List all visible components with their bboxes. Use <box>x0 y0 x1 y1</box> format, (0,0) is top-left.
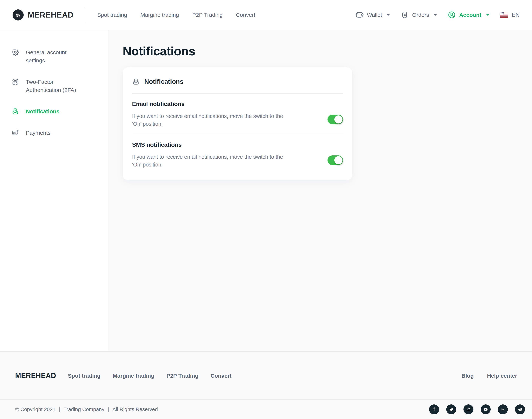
chevron-down-icon <box>386 14 390 16</box>
sidebar-item-label: Notifications <box>26 107 59 116</box>
sidebar-item-label: Two-Factor Authentication (2FA) <box>26 78 87 94</box>
card-header: Notifications <box>132 78 343 85</box>
sms-notifications-row: SMS notifications If you want to receive… <box>132 134 343 171</box>
sms-notifications-label: SMS notifications <box>132 141 286 148</box>
social-links <box>429 405 525 414</box>
sidebar-item-payments[interactable]: Payments <box>12 129 101 137</box>
footer-secondary-links: Blog Help center <box>462 373 517 379</box>
navbar-divider <box>85 8 85 22</box>
gear-icon <box>12 48 19 56</box>
orders-icon <box>400 11 409 19</box>
sidebar-item-general-settings[interactable]: General account settings <box>12 48 101 65</box>
top-navbar: MEREHEAD Spot trading Margine trading P2… <box>0 0 532 30</box>
instagram-button[interactable] <box>464 405 473 414</box>
footer-link-blog[interactable]: Blog <box>462 373 474 379</box>
telegram-icon <box>518 407 523 412</box>
footer-link-p2p-trading[interactable]: P2P Trading <box>166 373 198 379</box>
nav-link-margine-trading[interactable]: Margine trading <box>140 12 179 18</box>
footer-link-spot-trading[interactable]: Spot trading <box>68 373 100 379</box>
sidebar-item-two-factor[interactable]: Two-Factor Authentication (2FA) <box>12 78 101 94</box>
language-code: EN <box>512 12 520 18</box>
setting-info: Email notifications If you want to recei… <box>132 101 286 128</box>
inbox-letter-icon <box>132 78 140 85</box>
wallet-menu[interactable]: Wallet <box>355 11 390 19</box>
telegram-button[interactable] <box>515 405 525 414</box>
setting-info: SMS notifications If you want to receive… <box>132 141 286 169</box>
footer-top: MEREHEAD Spot trading Margine trading P2… <box>0 352 532 390</box>
email-notifications-label: Email notifications <box>132 101 286 107</box>
copyright-year: © Copyright 2021 <box>15 406 55 412</box>
nav-link-p2p-trading[interactable]: P2P Trading <box>192 12 223 18</box>
twitter-button[interactable] <box>446 405 456 414</box>
main-nav: Spot trading Margine trading P2P Trading… <box>97 12 255 18</box>
footer-link-convert[interactable]: Convert <box>211 373 232 379</box>
payments-icon <box>12 129 19 137</box>
nav-link-convert[interactable]: Convert <box>236 12 255 18</box>
chevron-down-icon <box>434 14 437 16</box>
wallet-icon <box>355 11 364 19</box>
notifications-icon <box>12 107 19 115</box>
facebook-icon <box>432 407 437 412</box>
footer-brand-wordmark[interactable]: MEREHEAD <box>15 372 56 380</box>
main-content: Notifications Notifications Email notifi… <box>109 30 532 351</box>
footer: MEREHEAD Spot trading Margine trading P2… <box>0 351 532 419</box>
us-flag-icon <box>500 12 508 18</box>
account-icon <box>448 11 456 19</box>
separator: | <box>108 406 109 412</box>
separator: | <box>59 406 60 412</box>
sidebar-item-notifications[interactable]: Notifications <box>12 107 101 116</box>
youtube-icon <box>483 407 488 412</box>
wallet-label: Wallet <box>367 12 382 18</box>
orders-menu[interactable]: Orders <box>400 11 437 19</box>
footer-links: Spot trading Margine trading P2P Trading… <box>68 373 232 379</box>
merehead-logo-icon <box>13 9 24 21</box>
youtube-button[interactable] <box>481 405 491 414</box>
account-label: Account <box>459 12 481 18</box>
sidebar-item-label: Payments <box>26 129 50 137</box>
vk-icon <box>500 407 505 412</box>
nav-actions: Wallet Orders Account <box>355 11 520 19</box>
brand-logo[interactable]: MEREHEAD <box>13 9 73 21</box>
chevron-down-icon <box>486 14 490 16</box>
vk-button[interactable] <box>498 405 508 414</box>
brand-wordmark: MEREHEAD <box>28 11 73 19</box>
facebook-button[interactable] <box>429 405 439 414</box>
settings-sidebar: General account settings Two-Factor Auth… <box>0 30 109 351</box>
email-notifications-row: Email notifications If you want to recei… <box>132 93 343 128</box>
rights-text: All Rights Reserved <box>112 406 158 412</box>
card-title: Notifications <box>144 78 183 85</box>
sidebar-item-label: General account settings <box>26 48 87 65</box>
orders-label: Orders <box>412 12 429 18</box>
nav-link-spot-trading[interactable]: Spot trading <box>97 12 127 18</box>
company-name: Trading Company <box>64 406 105 412</box>
notifications-card: Notifications Email notifications If you… <box>123 67 352 180</box>
footer-bottom: © Copyright 2021 | Trading Company | All… <box>0 400 532 419</box>
account-menu[interactable]: Account <box>448 11 490 19</box>
sms-notifications-description: If you want to receive email notificatio… <box>132 153 286 169</box>
footer-link-help-center[interactable]: Help center <box>487 373 517 379</box>
email-notifications-toggle[interactable] <box>327 115 343 124</box>
toggle-knob <box>334 156 342 164</box>
toggle-knob <box>334 115 342 123</box>
email-notifications-description: If you want to receive email notificatio… <box>132 112 286 128</box>
sms-notifications-toggle[interactable] <box>327 156 343 165</box>
twitter-icon <box>449 407 454 412</box>
page: MEREHEAD Spot trading Margine trading P2… <box>0 0 532 419</box>
body-row: General account settings Two-Factor Auth… <box>0 30 532 351</box>
copyright-text: © Copyright 2021 | Trading Company | All… <box>15 406 158 412</box>
two-factor-icon <box>12 78 19 86</box>
page-title: Notifications <box>123 44 532 58</box>
language-selector[interactable]: EN <box>500 12 520 18</box>
instagram-icon <box>466 407 471 412</box>
footer-link-margine-trading[interactable]: Margine trading <box>113 373 154 379</box>
